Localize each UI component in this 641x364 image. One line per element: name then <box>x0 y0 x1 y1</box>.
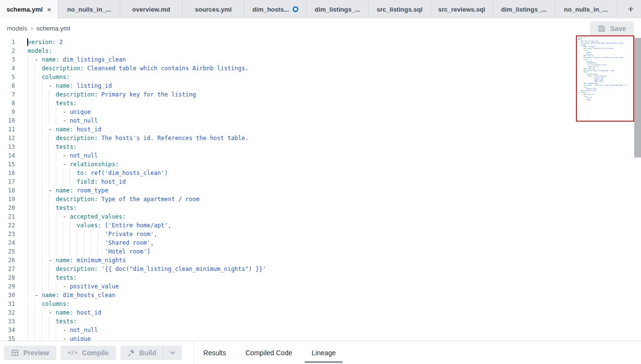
file-tab-label: dim_listings_... <box>315 6 361 13</box>
indent-guide <box>42 108 49 116</box>
indent-guide <box>42 125 49 134</box>
code-line[interactable]: 20 tests: <box>0 204 641 212</box>
code-line[interactable]: 18 - name: room_type <box>0 186 641 195</box>
file-tab[interactable]: dim_listings_... <box>493 0 555 18</box>
code-line[interactable]: 30 - name: dim_hosts_clean <box>0 291 641 300</box>
panel-tab-lineage[interactable]: Lineage <box>302 341 345 364</box>
code-line[interactable]: 11 - name: host_id <box>0 125 641 134</box>
indent-guide <box>28 291 34 300</box>
code-line[interactable]: 7 description: Primary key for the listi… <box>0 90 641 99</box>
indent-guide <box>84 230 91 238</box>
file-tab[interactable]: src_reviews.sql <box>431 0 493 18</box>
indent-guide <box>49 99 55 108</box>
code-line[interactable]: 35 - unique <box>0 334 641 341</box>
annotation-highlight-box: version: 2models: - name: dim_listings_c… <box>576 35 634 122</box>
code-line[interactable]: 19 description: Type of the apartment / … <box>0 195 641 204</box>
code-line[interactable]: 4 description: Cleansed table which cont… <box>0 64 641 73</box>
line-number: 18 <box>0 186 15 195</box>
build-button[interactable]: Build <box>120 346 163 360</box>
file-tab[interactable]: sources.yml <box>182 0 245 18</box>
code-token: - <box>49 126 55 133</box>
breadcrumb-bar: models › schema.yml Save <box>0 18 641 38</box>
new-tab-button[interactable]: + <box>624 2 638 16</box>
indent-guide <box>34 204 41 212</box>
panel-tab-results[interactable]: Results <box>194 341 236 364</box>
code-line[interactable]: 15 - relationships: <box>0 160 641 169</box>
code-line[interactable]: 34 - not_null <box>0 326 641 334</box>
indent-guide <box>34 221 41 230</box>
editor-scrollbar-thumb[interactable] <box>634 38 641 158</box>
code-line[interactable]: 17 field: host_id <box>0 177 641 186</box>
code-line[interactable]: 22 values: ['Entire home/apt', <box>0 221 641 230</box>
indent-guide <box>49 247 55 256</box>
indent-guide <box>42 273 49 282</box>
code-line-content: tests: <box>28 142 77 151</box>
compile-button[interactable]: </> Compile <box>61 346 116 360</box>
file-tab[interactable]: dim_hosts... <box>245 0 307 18</box>
code-line[interactable]: 33 tests: <box>0 317 641 326</box>
code-line[interactable]: 10 - not_null <box>0 116 641 125</box>
file-tab[interactable]: no_nulls_in_... <box>555 0 617 18</box>
code-line[interactable]: 1version: 2 <box>0 38 641 47</box>
indent-guide <box>28 221 34 230</box>
file-tab[interactable]: overview.md <box>120 0 182 18</box>
code-token: host_id <box>73 126 101 133</box>
code-line[interactable]: 14 - not_null <box>0 151 641 160</box>
code-line[interactable]: 21 - accepted_values: <box>0 212 641 221</box>
compile-button-label: Compile <box>82 349 109 357</box>
line-number: 15 <box>0 160 15 169</box>
file-tab[interactable]: dim_listings_... <box>307 0 369 18</box>
code-line[interactable]: 5 columns: <box>0 73 641 81</box>
unsaved-changes-icon[interactable] <box>293 6 298 12</box>
code-line[interactable]: 31 columns: <box>0 300 641 308</box>
indent-guide <box>34 151 41 160</box>
indent-guide <box>28 300 34 308</box>
indent-guide <box>56 334 63 341</box>
panel-tab-compiled-code[interactable]: Compiled Code <box>236 341 302 364</box>
indent-guide <box>56 230 63 238</box>
save-button[interactable]: Save <box>590 21 634 36</box>
code-line[interactable]: 25 'Hotel room'] <box>0 247 641 256</box>
code-line[interactable]: 12 description: The hosts's id. Referenc… <box>0 134 641 142</box>
preview-button[interactable]: Preview <box>4 346 56 360</box>
code-token: '{{ doc("dim_listing_clean_minimum_night… <box>98 266 266 272</box>
code-line[interactable]: 8 tests: <box>0 99 641 108</box>
build-dropdown-button[interactable] <box>164 346 182 360</box>
code-line[interactable]: 24 'Shared room', <box>0 238 641 247</box>
code-line[interactable]: 3 - name: dim_listings_clean <box>0 55 641 64</box>
code-editor[interactable]: 1version: 22models:3 - name: dim_listing… <box>0 38 641 341</box>
code-token: Primary key for the listing <box>592 48 613 49</box>
breadcrumb-folder[interactable]: models <box>7 25 27 32</box>
code-line[interactable]: 27 description: '{{ doc("dim_listing_cle… <box>0 265 641 273</box>
code-line-content: models: <box>28 47 52 55</box>
indent-guide <box>34 212 41 221</box>
indent-guide <box>42 195 49 204</box>
code-token: not_null <box>70 152 98 159</box>
code-line[interactable]: 23 'Private room', <box>0 230 641 238</box>
file-tab[interactable]: src_listings.sql <box>369 0 431 18</box>
code-line[interactable]: 2models: <box>0 47 641 55</box>
code-line[interactable]: 29 - positive_value <box>0 282 641 291</box>
code-token: dim_hosts_clean <box>59 292 115 299</box>
file-tab[interactable]: no_nulls_in_... <box>58 0 120 18</box>
code-line[interactable]: 26 - name: minimum_nights <box>0 256 641 265</box>
code-line[interactable]: 13 tests: <box>0 142 641 151</box>
code-token: field: <box>77 178 98 185</box>
line-number: 16 <box>0 169 15 177</box>
code-line[interactable]: 6 - name: listing_id <box>0 81 641 90</box>
file-tab[interactable]: schema.yml× <box>0 0 58 18</box>
preview-button-label: Preview <box>23 349 49 357</box>
code-line[interactable]: 16 to: ref('dim_hosts_clean') <box>0 169 641 177</box>
code-line[interactable]: 28 tests: <box>0 273 641 282</box>
indent-guide <box>42 90 49 99</box>
indent-guide <box>84 247 91 256</box>
indent-guide <box>56 221 63 230</box>
code-token: Type of the apartment / room <box>592 70 614 71</box>
code-line[interactable]: 32 - name: host_id <box>0 308 641 317</box>
code-line[interactable]: 9 - unique <box>0 108 641 116</box>
code-token: Primary key for the listing <box>98 91 196 98</box>
indent-guide <box>34 238 41 247</box>
line-number: 13 <box>0 142 15 151</box>
close-icon[interactable]: × <box>47 6 51 13</box>
editor-minimap[interactable]: version: 2models: - name: dim_listings_c… <box>577 36 634 101</box>
